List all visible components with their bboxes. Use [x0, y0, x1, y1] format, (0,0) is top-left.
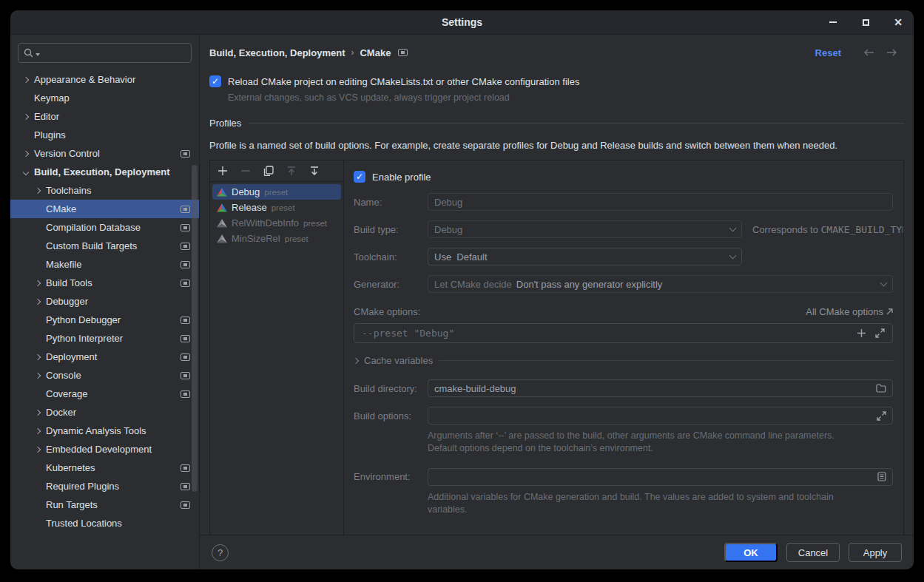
sidebar-item-label: Version Control	[34, 148, 100, 159]
sidebar-item-label: Console	[46, 370, 81, 381]
inline-settings-icon	[181, 150, 190, 158]
profile-item-relwithdebinfo[interactable]: RelWithDebInfopreset	[212, 215, 341, 231]
move-up-button[interactable]	[286, 166, 297, 176]
name-field[interactable]: Debug	[428, 193, 893, 211]
apply-button[interactable]: Apply	[849, 543, 902, 562]
build-directory-field[interactable]: cmake-build-debug	[428, 379, 893, 397]
breadcrumb-parent[interactable]: Build, Execution, Deployment	[209, 47, 345, 58]
maximize-icon	[863, 19, 869, 26]
sidebar-item-debugger[interactable]: Debugger	[10, 292, 199, 311]
variables-list-icon[interactable]	[877, 472, 886, 481]
add-option-icon[interactable]	[857, 328, 866, 338]
enable-profile-label: Enable profile	[372, 172, 431, 183]
build-options-field[interactable]	[428, 407, 893, 424]
chevron-right-icon	[353, 357, 359, 363]
expand-icon[interactable]	[875, 328, 885, 338]
sidebar-item-label: Build Tools	[46, 277, 92, 288]
inline-settings-icon	[181, 261, 190, 268]
cmake-settings-content: ✓ Reload CMake project on editing CMakeL…	[200, 70, 914, 535]
inline-settings-icon	[181, 501, 190, 509]
search-filter-caret-icon[interactable]	[36, 53, 40, 56]
sidebar-item-deployment[interactable]: Deployment	[10, 348, 199, 366]
chevron-right-icon[interactable]	[30, 355, 46, 359]
search-input[interactable]	[18, 43, 192, 63]
chevron-right-icon[interactable]	[18, 115, 34, 119]
sidebar-item-embedded-development[interactable]: Embedded Development	[10, 440, 199, 459]
cmake-icon	[217, 188, 227, 197]
copy-profile-button[interactable]	[263, 166, 274, 176]
help-button[interactable]: ?	[212, 544, 229, 561]
chevron-right-icon[interactable]	[30, 429, 46, 433]
window-controls: ✕	[828, 10, 903, 34]
profile-form: ✓ Enable profile Name: Debug Build type:	[344, 160, 903, 535]
sidebar-item-run-targets[interactable]: Run Targets	[10, 495, 199, 514]
inline-settings-icon	[181, 206, 190, 213]
chevron-right-icon[interactable]	[30, 373, 46, 378]
ok-button[interactable]: OK	[724, 543, 778, 562]
sidebar-item-python-debugger[interactable]: Python Debugger	[10, 311, 199, 329]
sidebar-item-build-execution-deployment[interactable]: Build, Execution, Deployment	[10, 163, 199, 181]
sidebar-item-docker[interactable]: Docker	[10, 403, 199, 422]
sidebar-item-appearance-behavior[interactable]: Appearance & Behavior	[10, 70, 199, 89]
chevron-right-icon[interactable]	[30, 410, 46, 415]
chevron-down-icon[interactable]	[18, 170, 34, 175]
minimize-button[interactable]	[828, 17, 838, 27]
cancel-button[interactable]: Cancel	[786, 543, 840, 562]
add-profile-button[interactable]	[217, 166, 228, 176]
sidebar-item-editor[interactable]: Editor	[10, 107, 199, 126]
sidebar-item-plugins[interactable]: Plugins	[10, 126, 199, 144]
profile-item-debug[interactable]: Debugpreset	[212, 184, 341, 200]
chevron-right-icon[interactable]	[30, 281, 46, 285]
chevron-right-icon[interactable]	[18, 78, 34, 82]
back-arrow-icon[interactable]	[863, 48, 875, 57]
remove-profile-button[interactable]	[240, 166, 251, 176]
enable-profile-checkbox[interactable]: ✓	[354, 171, 365, 183]
cmake-icon-disabled	[217, 219, 227, 228]
reload-note: External changes, such as VCS update, al…	[228, 92, 904, 103]
sidebar-item-trusted-locations[interactable]: Trusted Locations	[10, 514, 199, 532]
sidebar-item-coverage[interactable]: Coverage	[10, 385, 199, 403]
cache-variables-toggle[interactable]: Cache variables	[354, 355, 893, 366]
sidebar-item-compilation-database[interactable]: Compilation Database	[10, 218, 199, 237]
cmake-options-field[interactable]: --preset "Debug"	[354, 323, 893, 343]
chevron-right-icon[interactable]	[30, 447, 46, 452]
sidebar-item-makefile[interactable]: Makefile	[10, 255, 199, 274]
folder-icon[interactable]	[876, 384, 886, 393]
sidebar-item-label: Build, Execution, Deployment	[34, 166, 169, 177]
chevron-right-icon[interactable]	[30, 189, 46, 193]
inline-settings-icon	[181, 483, 190, 490]
sidebar-item-keymap[interactable]: Keymap	[10, 89, 199, 107]
all-cmake-options-link[interactable]: All CMake options	[806, 306, 893, 317]
generator-select[interactable]: Let CMake decide Don't pass any generato…	[428, 275, 893, 293]
sidebar-item-cmake[interactable]: CMake	[10, 200, 199, 218]
build-type-select[interactable]: Debug	[428, 220, 742, 238]
chevron-right-icon[interactable]	[18, 152, 34, 156]
sidebar-item-custom-build-targets[interactable]: Custom Build Targets	[10, 237, 199, 255]
sidebar-item-kubernetes[interactable]: Kubernetes	[10, 459, 199, 477]
expand-icon[interactable]	[877, 411, 886, 421]
chevron-right-icon[interactable]	[30, 300, 46, 304]
forward-arrow-icon[interactable]	[886, 48, 897, 57]
profile-preset-tag: preset	[285, 234, 308, 243]
reset-link[interactable]: Reset	[815, 47, 841, 58]
sidebar-item-python-interpreter[interactable]: Python Interpreter	[10, 329, 199, 348]
sidebar-scrollbar[interactable]	[192, 165, 198, 492]
sidebar-item-dynamic-analysis-tools[interactable]: Dynamic Analysis Tools	[10, 422, 199, 440]
close-button[interactable]: ✕	[893, 17, 903, 27]
sidebar-item-build-tools[interactable]: Build Tools	[10, 274, 199, 292]
profile-item-minsizerel[interactable]: MinSizeRelpreset	[212, 231, 341, 246]
sidebar-item-required-plugins[interactable]: Required Plugins	[10, 477, 199, 495]
sidebar-item-toolchains[interactable]: Toolchains	[10, 181, 199, 200]
inline-settings-icon	[181, 317, 190, 324]
breadcrumb: Build, Execution, Deployment › CMake Res…	[200, 35, 914, 70]
sidebar-item-version-control[interactable]: Version Control	[10, 144, 199, 163]
sidebar-item-console[interactable]: Console	[10, 366, 199, 385]
profile-preset-tag: preset	[303, 219, 327, 228]
profile-item-release[interactable]: Releasepreset	[212, 200, 341, 215]
move-down-button[interactable]	[309, 166, 320, 176]
environment-field[interactable]	[428, 468, 893, 486]
maximize-button[interactable]	[860, 17, 871, 27]
toolchain-select[interactable]: Use Default	[428, 248, 742, 265]
reload-cmake-checkbox[interactable]: ✓	[209, 75, 221, 87]
sidebar-item-label: Plugins	[34, 129, 66, 141]
